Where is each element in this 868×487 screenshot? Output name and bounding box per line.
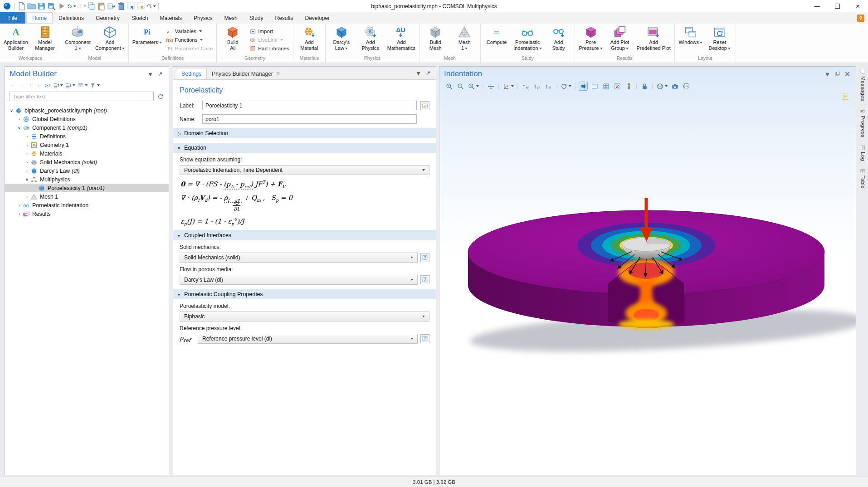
ribbon-button-reset-desktop[interactable]: ResetDesktop [705, 24, 734, 55]
menu-tab-file[interactable]: File [0, 12, 25, 24]
menu-tab-results[interactable]: Results [269, 12, 299, 24]
name-field[interactable] [202, 114, 417, 124]
panel-menu-icon[interactable]: ▾ [824, 71, 831, 78]
filter-tree-button[interactable] [89, 82, 100, 89]
tree-item-biphasic-poroelasticity-mph[interactable]: ∨biphasic_poroelasticity.mph(root) [5, 106, 169, 115]
tree-item-multiphysics[interactable]: ∨Multiphysics [5, 175, 169, 184]
tab-physics-builder-manager[interactable]: Physics Builder Manager✕ [207, 68, 285, 79]
tree-item-geometry-1[interactable]: ›Geometry 1 [5, 141, 169, 149]
tree-item-solid-mechanics[interactable]: ›Solid Mechanics(solid) [5, 158, 169, 166]
expand-arrow-icon[interactable]: › [24, 134, 30, 139]
menu-tab-physics[interactable]: Physics [188, 12, 218, 24]
filter-input[interactable] [10, 92, 154, 101]
ribbon-button-part-libraries[interactable]: Part Libraries [249, 45, 289, 52]
ribbon-button-pore-pressure[interactable]: PorePressure [576, 24, 605, 55]
ribbon-button-add-plot-group[interactable]: Add PlotGroup [605, 24, 634, 55]
tree-item-poroelasticity-1[interactable]: Poroelasticity 1(poro1) [5, 184, 169, 192]
tree-item-results[interactable]: ›Results [5, 209, 169, 218]
tree-item-materials[interactable]: ›Materials [5, 149, 169, 158]
side-tab-table[interactable]: Table [860, 168, 866, 189]
ribbon-button-import[interactable]: Import [249, 28, 289, 35]
ribbon-button-model-manager[interactable]: ModelManager [30, 24, 59, 55]
go-to-source-button[interactable] [420, 253, 429, 262]
snapshot-button[interactable] [671, 82, 679, 90]
view-xy-button[interactable]: xy [522, 82, 530, 90]
menu-tab-developer[interactable]: Developer [299, 12, 336, 24]
section-coupled-interfaces[interactable]: ▾ Coupled Interfaces [173, 230, 436, 240]
ribbon-button-parameters[interactable]: PiParameters [130, 24, 164, 55]
help-button[interactable]: ? [857, 15, 864, 22]
tab-settings[interactable]: Settings [176, 68, 207, 79]
zoom-box-button[interactable] [468, 82, 479, 90]
ribbon-button-add-mathematics[interactable]: ΔUAddMathematics [385, 24, 418, 55]
reference-pressure-select[interactable]: Reference pressure level (dl) [198, 334, 418, 344]
plot-info-icon[interactable] [842, 93, 849, 101]
ribbon-button-mesh-1[interactable]: Mesh1 [450, 24, 479, 55]
ribbon-button-component-1[interactable]: Component1 [63, 24, 93, 55]
new-file-button[interactable] [17, 1, 26, 11]
collapse-arrow-icon[interactable]: ∨ [24, 177, 30, 182]
expand-arrow-icon[interactable]: › [16, 203, 22, 208]
ribbon-button-add-component[interactable]: AddComponent [93, 24, 127, 55]
run-button[interactable] [57, 1, 66, 11]
zoom-in-button[interactable] [445, 82, 453, 90]
ribbon-button-add-predefined-plot[interactable]: AddPredefined Plot [634, 24, 673, 55]
go-forward-button[interactable]: → [18, 82, 25, 89]
menu-tab-home[interactable]: Home [26, 12, 53, 24]
view-yz-button[interactable]: yz [533, 82, 541, 90]
menu-tab-materials[interactable]: Materials [154, 12, 188, 24]
flow-porous-media-select[interactable]: Darcy's Law (dl) [180, 275, 418, 285]
tree-item-poroelastic-indentation[interactable]: ›Poroelastic Indentation [5, 201, 169, 209]
expand-arrow-icon[interactable]: › [24, 168, 30, 173]
section-domain-selection[interactable]: ▷ Domain Selection [173, 128, 436, 138]
show-button[interactable] [44, 82, 51, 89]
expand-arrow-icon[interactable]: › [24, 160, 30, 165]
minimize-button[interactable]: — [807, 0, 827, 12]
menu-tab-study[interactable]: Study [244, 12, 269, 24]
delete-button[interactable] [117, 1, 126, 11]
section-equation[interactable]: ▾ Equation [173, 143, 436, 153]
ribbon-button-windows[interactable]: Windows [676, 24, 705, 55]
tree-item-global-definitions[interactable]: ›Global Definitions [5, 115, 169, 123]
undo-button[interactable] [67, 1, 76, 11]
side-tab-messages[interactable]: Messages [860, 69, 866, 101]
go-back-button[interactable]: ← [10, 82, 16, 89]
go-to-source-button[interactable] [420, 275, 429, 284]
panel-menu-icon[interactable]: ▾ [414, 70, 422, 77]
zoom-select-button[interactable] [146, 1, 156, 11]
rename-button[interactable] [420, 101, 429, 110]
collapse-arrow-icon[interactable]: ∨ [16, 125, 22, 130]
ribbon-button-add-material[interactable]: AddMaterial [295, 24, 324, 55]
color-legend-button[interactable] [624, 82, 633, 90]
tree-item-darcy-s-law[interactable]: ›Darcy's Law(dl) [5, 166, 169, 175]
open-button[interactable] [27, 1, 36, 11]
ribbon-button-add-physics[interactable]: AddPhysics [356, 24, 385, 55]
expand-arrow-icon[interactable]: › [16, 211, 22, 216]
close-tab-icon[interactable]: ✕ [276, 71, 280, 77]
ribbon-button-poroelastic-indentation[interactable]: PoroelasticIndentation [511, 24, 544, 55]
tree-item-mesh-1[interactable]: ›Mesh 1 [5, 192, 169, 201]
go-to-source-button[interactable] [420, 334, 429, 343]
ribbon-button-darcy-s-law[interactable]: Darcy'sLaw [327, 24, 356, 55]
side-tab-log[interactable]: Log [860, 145, 866, 161]
close-panel-icon[interactable]: ✕ [844, 71, 851, 78]
close-button[interactable]: ✕ [848, 0, 868, 12]
plot-arrows-button[interactable] [613, 82, 621, 90]
float-window-icon[interactable] [834, 71, 841, 78]
pin-icon[interactable] [424, 70, 432, 77]
poroelasticity-model-select[interactable]: Biphasic [180, 312, 429, 321]
zoom-out-button[interactable] [456, 82, 464, 90]
move-up-button[interactable]: ↑ [27, 82, 34, 89]
lock-view-button[interactable] [640, 82, 649, 90]
transparency-button[interactable] [579, 82, 587, 90]
ribbon-button-add-study[interactable]: AddStudy [544, 24, 573, 55]
expand-arrow-icon[interactable]: › [24, 142, 30, 147]
graphics-scene[interactable] [439, 95, 856, 476]
ribbon-button-build-mesh[interactable]: BuildMesh [421, 24, 450, 55]
copy-button[interactable] [87, 1, 96, 11]
solid-mechanics-select[interactable]: Solid Mechanics (solid) [180, 253, 418, 263]
tree-item-definitions[interactable]: ›Definitions [5, 132, 169, 141]
duplicate-button[interactable] [107, 1, 116, 11]
save-button[interactable] [37, 1, 46, 11]
expand-arrow-icon[interactable]: › [24, 151, 30, 156]
